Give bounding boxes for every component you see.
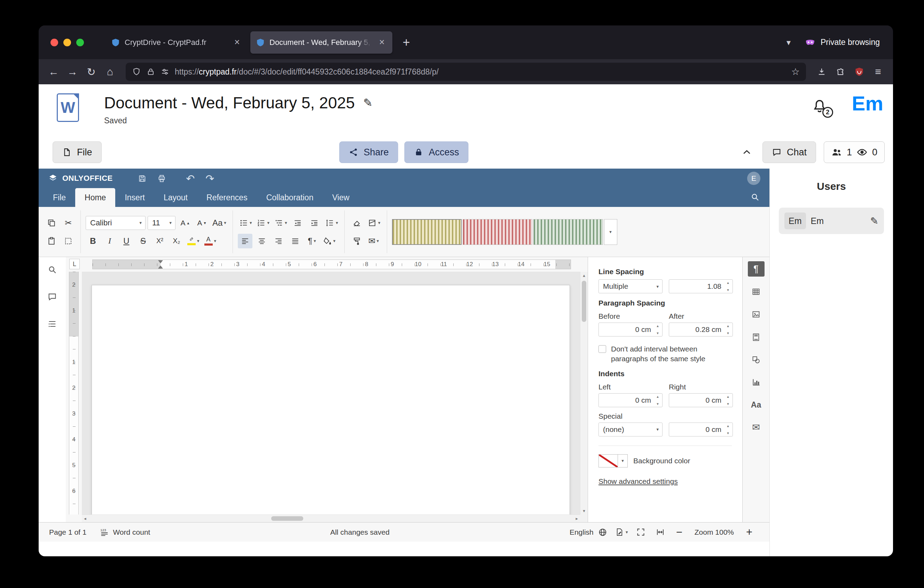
tracking-shield-icon[interactable] <box>132 67 141 76</box>
paragraph-settings-tab[interactable]: ¶ <box>748 261 764 277</box>
scroll-down-arrow[interactable]: ▾ <box>580 509 588 513</box>
style-preview-2[interactable] <box>463 219 532 245</box>
ublock-button[interactable] <box>851 63 868 81</box>
menu-insert[interactable]: Insert <box>115 188 154 207</box>
edit-title-icon[interactable]: ✎ <box>363 96 373 109</box>
table-settings-tab[interactable] <box>748 284 764 299</box>
superscript-button[interactable]: X² <box>152 234 167 248</box>
styles-expand-button[interactable]: ▾ <box>604 219 617 245</box>
spin-up-icon[interactable]: ▴ <box>657 394 659 399</box>
vertical-scroll-thumb[interactable] <box>582 281 586 322</box>
menu-references[interactable]: References <box>197 188 257 207</box>
user-list-item[interactable]: Em Em ✎ <box>779 208 884 234</box>
line-spacing-button[interactable]: ▾ <box>324 216 340 230</box>
mailmerge-settings-tab[interactable]: ✉ <box>748 420 764 435</box>
horizontal-scroll-thumb[interactable] <box>271 516 303 521</box>
special-spinner[interactable]: 0 cm▴▾ <box>669 423 733 436</box>
multilevel-list-button[interactable]: ▾ <box>273 216 289 230</box>
fit-page-button[interactable] <box>634 525 648 539</box>
interval-checkbox-row[interactable]: Don't add interval between paragraphs of… <box>599 344 732 364</box>
style-preview-1[interactable] <box>392 219 462 245</box>
lock-icon[interactable] <box>146 67 155 76</box>
spin-down-icon[interactable]: ▾ <box>727 288 729 292</box>
save-button[interactable] <box>135 171 150 186</box>
share-button[interactable]: Share <box>339 141 398 163</box>
font-size-select[interactable]: 11▾ <box>148 216 175 230</box>
subscript-button[interactable]: X₂ <box>169 234 184 248</box>
access-button[interactable]: Access <box>404 141 469 163</box>
comments-button[interactable] <box>45 289 60 304</box>
clear-style-button[interactable] <box>350 216 364 230</box>
notifications-button[interactable]: 2 <box>812 98 829 116</box>
align-center-button[interactable] <box>254 234 269 248</box>
fit-width-button[interactable] <box>653 525 667 539</box>
vertical-scrollbar[interactable]: ▴ ▾ <box>580 272 588 514</box>
page-indicator[interactable]: Page 1 of 1 <box>49 528 86 537</box>
close-tab-icon[interactable]: × <box>376 36 388 49</box>
decrement-font-button[interactable]: A▾ <box>194 216 209 230</box>
presence-counts-button[interactable]: 1 0 <box>824 141 884 163</box>
close-window-button[interactable] <box>51 39 58 46</box>
spin-up-icon[interactable]: ▴ <box>657 324 659 328</box>
word-count-button[interactable]: 123 Word count <box>99 527 150 537</box>
textart-settings-tab[interactable]: Aa <box>748 397 764 413</box>
spacing-before-spinner[interactable]: 0 cm▴▾ <box>599 322 663 337</box>
special-select[interactable]: (none)▾ <box>599 423 663 436</box>
search-button[interactable] <box>750 192 760 203</box>
advanced-settings-link[interactable]: Show advanced settings <box>599 477 678 486</box>
permissions-icon[interactable] <box>160 67 170 76</box>
numbering-button[interactable]: ▾ <box>255 216 271 230</box>
font-family-select[interactable]: Calibri▾ <box>86 216 145 230</box>
headerfooter-settings-tab[interactable] <box>748 329 764 345</box>
menu-collaboration[interactable]: Collaboration <box>257 188 323 207</box>
menu-view[interactable]: View <box>323 188 359 207</box>
forward-button[interactable]: → <box>64 63 81 81</box>
spin-down-icon[interactable]: ▾ <box>727 431 729 435</box>
line-spacing-select[interactable]: Multiple▾ <box>599 279 663 293</box>
tab-stop-selector[interactable]: L <box>69 259 80 269</box>
scroll-left-arrow[interactable]: ◂ <box>84 516 86 521</box>
bullets-button[interactable]: ▾ <box>238 216 254 230</box>
url-bar[interactable]: https://cryptpad.fr/doc/#/3/doc/edit/ff0… <box>126 63 806 81</box>
spin-up-icon[interactable]: ▴ <box>727 324 729 328</box>
italic-button[interactable]: I <box>102 234 117 248</box>
document-page[interactable] <box>92 285 570 514</box>
spin-up-icon[interactable]: ▴ <box>727 424 729 428</box>
line-spacing-spinner[interactable]: 1.08▴▾ <box>669 279 733 293</box>
spin-down-icon[interactable]: ▾ <box>727 331 729 335</box>
zoom-in-button[interactable]: + <box>743 526 756 538</box>
copy-button[interactable] <box>44 216 59 230</box>
indent-left-spinner[interactable]: 0 cm▴▾ <box>599 393 663 407</box>
chart-settings-tab[interactable] <box>748 375 764 390</box>
scroll-up-arrow[interactable]: ▴ <box>580 273 588 277</box>
cut-button[interactable]: ✂ <box>61 216 76 230</box>
interval-checkbox[interactable] <box>599 345 606 353</box>
tab-cryptdrive[interactable]: CryptDrive - CryptPad.fr × <box>106 31 248 54</box>
list-tabs-chevron-icon[interactable]: ▾ <box>787 38 791 47</box>
align-left-button[interactable] <box>238 234 252 248</box>
presence-avatar[interactable]: E <box>747 172 761 185</box>
shape-settings-tab[interactable] <box>748 352 764 367</box>
navigation-button[interactable] <box>45 316 60 332</box>
underline-button[interactable]: U <box>119 234 134 248</box>
image-settings-tab[interactable] <box>748 307 764 322</box>
spin-down-icon[interactable]: ▾ <box>657 401 659 406</box>
background-color-dropdown[interactable]: ▾ <box>618 454 628 467</box>
menu-button[interactable]: ≡ <box>870 63 887 81</box>
spin-up-icon[interactable]: ▴ <box>727 281 729 285</box>
vertical-ruler[interactable]: 21 123456 <box>66 272 82 514</box>
undo-button[interactable]: ↶ <box>183 171 198 186</box>
redo-button[interactable]: ↷ <box>203 171 217 186</box>
account-avatar[interactable]: Em <box>852 93 883 137</box>
maximize-window-button[interactable] <box>76 39 84 46</box>
menu-home[interactable]: Home <box>75 188 115 207</box>
select-all-button[interactable] <box>61 234 76 248</box>
chat-button[interactable]: Chat <box>762 141 816 163</box>
minimize-window-button[interactable] <box>63 39 71 46</box>
style-preview-3[interactable] <box>533 219 603 245</box>
increase-indent-button[interactable] <box>307 216 322 230</box>
collapse-toolbar-button[interactable] <box>739 144 755 160</box>
reload-button[interactable]: ↻ <box>82 63 100 81</box>
new-tab-button[interactable]: + <box>398 34 415 51</box>
align-right-button[interactable] <box>271 234 286 248</box>
